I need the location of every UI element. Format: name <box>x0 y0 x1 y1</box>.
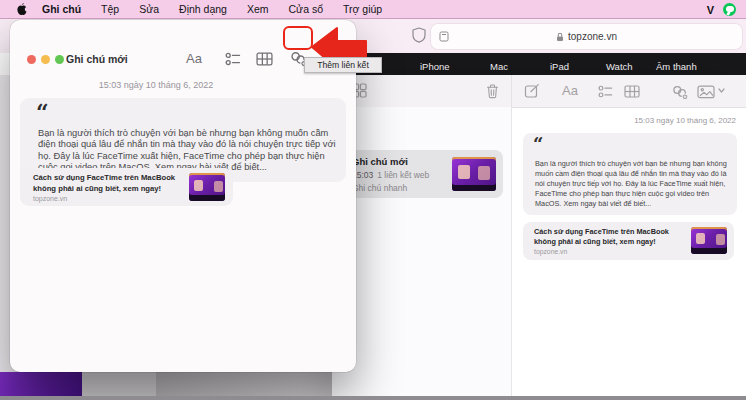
note-body-text: Bạn là người thích trò chuyện với bạn bè… <box>535 159 731 209</box>
menu-window[interactable]: Cửa sổ <box>289 3 323 15</box>
screen-bottom-edge <box>0 396 746 400</box>
menu-file[interactable]: Tệp <box>101 3 119 15</box>
menu-bar: Ghi chú Tệp Sửa Định dạng Xem Cửa sổ Trợ… <box>0 0 746 19</box>
menu-app-name[interactable]: Ghi chú <box>42 3 81 15</box>
add-link-icon[interactable] <box>671 83 689 101</box>
link-title: Cách sử dụng FaceTime trên MacBook không… <box>33 173 197 194</box>
notes-toolbar: Aa <box>332 75 746 108</box>
checklist-icon[interactable] <box>598 84 613 99</box>
menu-view[interactable]: Xem <box>247 3 269 15</box>
note-item-title: Ghi chú mới <box>352 156 408 167</box>
window-controls <box>27 55 64 64</box>
note-quote-block[interactable]: “ Bạn là người thích trò chuyện với bạn … <box>523 133 737 215</box>
note-item-meta: 15:031 liên kết web <box>352 170 429 180</box>
quote-mark: “ <box>36 99 49 125</box>
note-item-folder: Ghi chú nhanh <box>352 183 407 193</box>
note-list-item-selected[interactable]: Ghi chú mới 15:031 liên kết web Ghi chú … <box>340 150 503 198</box>
input-source-indicator[interactable]: V <box>707 4 714 16</box>
quote-mark: “ <box>533 134 543 155</box>
link-preview-card[interactable]: Cách sử dụng FaceTime trên MacBook không… <box>523 222 734 260</box>
nav-item-watch[interactable]: Watch <box>606 61 633 72</box>
minimize-button[interactable] <box>41 55 50 64</box>
menu-format[interactable]: Định dạng <box>179 3 227 15</box>
note-item-snippet: 1 liên kết web <box>377 170 429 180</box>
screen: topzone.vn iPhone Mac iPad Watch Âm than… <box>0 0 746 400</box>
media-icon[interactable] <box>697 85 715 99</box>
link-domain: topzone.vn <box>33 195 67 202</box>
notes-list-column: Ghi chú mới 15:031 liên kết web Ghi chú … <box>332 107 512 396</box>
chevron-down-icon[interactable] <box>718 88 725 93</box>
note-date: 15:03 ngày 10 tháng 6, 2022 <box>634 116 736 125</box>
nav-item-iphone[interactable]: iPhone <box>420 61 450 72</box>
format-text-icon[interactable]: Aa <box>186 51 202 66</box>
privacy-shield-icon[interactable] <box>412 27 426 43</box>
address-bar[interactable]: topzone.vn <box>431 24 742 49</box>
note-body-text: Bạn là người thích trò chuyện với bạn bè… <box>38 128 338 174</box>
table-icon[interactable] <box>256 51 273 67</box>
nav-item-ipad[interactable]: iPad <box>550 61 569 72</box>
trash-icon[interactable] <box>485 83 500 99</box>
note-date: 15:03 ngày 10 tháng 6, 2022 <box>10 80 302 90</box>
link-thumbnail <box>691 227 727 254</box>
menu-edit[interactable]: Sửa <box>139 3 159 15</box>
zoom-button[interactable] <box>55 55 64 64</box>
link-thumbnail <box>189 173 225 201</box>
note-item-thumbnail <box>452 157 496 191</box>
checklist-icon[interactable] <box>225 51 241 67</box>
link-preview-card[interactable]: Cách sử dụng FaceTime trên MacBook không… <box>20 168 233 206</box>
format-text-icon[interactable]: Aa <box>562 83 578 98</box>
nav-item-audio[interactable]: Âm thanh <box>656 61 697 72</box>
menu-help[interactable]: Trợ giúp <box>343 3 382 15</box>
popup-window-title: Ghi chú mới <box>66 53 128 65</box>
tooltip: Thêm liên kết <box>304 57 382 73</box>
line-app-icon[interactable] <box>723 3 736 16</box>
close-button[interactable] <box>27 55 36 64</box>
nav-item-mac[interactable]: Mac <box>490 61 508 72</box>
lock-icon <box>556 32 564 42</box>
toolbar-divider <box>511 75 512 107</box>
link-domain: topzone.vn <box>534 248 567 255</box>
link-title: Cách sử dụng FaceTime trên MacBook không… <box>534 227 684 247</box>
compose-icon[interactable] <box>524 83 540 99</box>
reader-icon[interactable] <box>439 31 449 42</box>
annotation-highlight-circle <box>283 26 313 50</box>
apple-logo-icon[interactable] <box>15 2 27 16</box>
table-icon[interactable] <box>624 84 640 99</box>
address-url: topzone.vn <box>568 31 617 42</box>
notes-main-window: Aa <box>332 75 746 396</box>
